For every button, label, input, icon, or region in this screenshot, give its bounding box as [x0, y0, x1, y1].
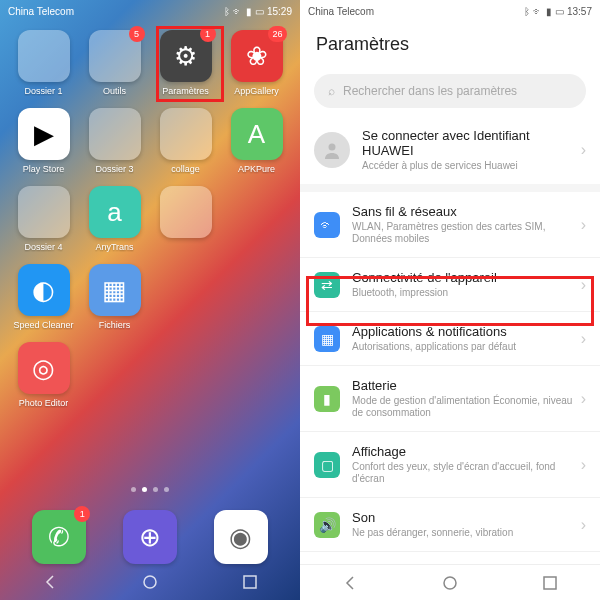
signal-icon: ▮ — [246, 6, 252, 17]
camera-icon: ◉ — [214, 510, 268, 564]
back-button[interactable] — [39, 571, 61, 593]
battery-icon: ▭ — [255, 6, 264, 17]
app-label: Dossier 4 — [24, 242, 62, 252]
setting-batterie[interactable]: ▮BatterieMode de gestion d'alimentation … — [300, 366, 600, 432]
dock-browser[interactable]: ⊕ — [123, 510, 177, 564]
setting-affichage[interactable]: ▢AffichageConfort des yeux, style d'écra… — [300, 432, 600, 498]
app-fichiers[interactable]: ▦Fichiers — [83, 264, 146, 330]
bluetooth-icon: ᛒ — [224, 6, 230, 17]
app-label: Paramètres — [162, 86, 209, 96]
dock-camera[interactable]: ◉ — [214, 510, 268, 564]
app-dossier-3[interactable]: Dossier 3 — [83, 108, 146, 174]
signal-icon: ▮ — [546, 6, 552, 17]
setting-title: Batterie — [352, 378, 581, 393]
browser-icon: ⊕ — [123, 510, 177, 564]
setting-icon: ▦ — [314, 326, 340, 352]
home-button[interactable] — [139, 571, 161, 593]
svg-point-0 — [144, 576, 156, 588]
folder-icon — [160, 108, 212, 160]
app-anytrans[interactable]: aAnyTrans — [83, 186, 146, 252]
huawei-title: Se connecter avec Identifiant HUAWEI — [362, 128, 581, 158]
chevron-right-icon: › — [581, 456, 586, 474]
back-button[interactable] — [339, 572, 361, 594]
chevron-right-icon: › — [581, 390, 586, 408]
setting-connectivit-de-l-appareil[interactable]: ⇄Connectivité de l'appareilBluetooth, im… — [300, 258, 600, 312]
settings-list[interactable]: Se connecter avec Identifiant HUAWEI Acc… — [300, 116, 600, 572]
app-icon: ▦ — [89, 264, 141, 316]
app-speed-cleaner[interactable]: ◐Speed Cleaner — [12, 264, 75, 330]
setting-icon: ᯤ — [314, 212, 340, 238]
dock-phone[interactable]: ✆1 — [32, 510, 86, 564]
page-indicator — [0, 487, 300, 492]
setting-sub: Autorisations, applications par défaut — [352, 341, 581, 353]
home-screen: China Telecom ᛒ ᯤ ▮ ▭ 15:29 Dossier 15Ou… — [0, 0, 300, 600]
app-label: AppGallery — [234, 86, 279, 96]
svg-rect-4 — [544, 577, 556, 589]
app-label: Speed Cleaner — [14, 320, 74, 330]
search-placeholder: Rechercher dans les paramètres — [343, 84, 517, 98]
app-icon: ❀26 — [231, 30, 283, 82]
app-label: APKPure — [238, 164, 275, 174]
wifi-icon: ᯤ — [533, 6, 543, 17]
app-collage[interactable]: collage — [154, 108, 217, 174]
setting-sub: WLAN, Paramètres gestion des cartes SIM,… — [352, 221, 581, 245]
app-label: Outils — [103, 86, 126, 96]
app-paramètres[interactable]: ⚙1Paramètres — [154, 30, 217, 96]
carrier-label: China Telecom — [308, 6, 374, 17]
app-photo-editor[interactable]: ◎Photo Editor — [12, 342, 75, 408]
badge: 5 — [129, 26, 145, 42]
recent-button[interactable] — [239, 571, 261, 593]
app-outils[interactable]: 5Outils — [83, 30, 146, 96]
app-label: Fichiers — [99, 320, 131, 330]
setting-sub: Mode de gestion d'alimentation Économie,… — [352, 395, 581, 419]
chevron-right-icon: › — [581, 141, 586, 159]
setting-icon: 🔊 — [314, 512, 340, 538]
app-dossier-4[interactable]: Dossier 4 — [12, 186, 75, 252]
dock: ✆1⊕◉ — [0, 510, 300, 564]
nav-bar — [300, 564, 600, 600]
setting-title: Sans fil & réseaux — [352, 204, 581, 219]
folder-icon — [160, 186, 212, 238]
clock: 15:29 — [267, 6, 292, 17]
home-button[interactable] — [439, 572, 461, 594]
chevron-right-icon: › — [581, 330, 586, 348]
page-title: Paramètres — [300, 22, 600, 66]
chevron-right-icon: › — [581, 216, 586, 234]
svg-point-2 — [329, 144, 336, 151]
settings-screen: China Telecom ᛒ ᯤ ▮ ▭ 13:57 Paramètres ⌕… — [300, 0, 600, 600]
avatar-icon — [314, 132, 350, 168]
recent-button[interactable] — [539, 572, 561, 594]
app-appgallery[interactable]: ❀26AppGallery — [225, 30, 288, 96]
app-dossier-1[interactable]: Dossier 1 — [12, 30, 75, 96]
setting-title: Son — [352, 510, 581, 525]
chevron-right-icon: › — [581, 276, 586, 294]
folder-icon — [18, 30, 70, 82]
badge: 1 — [74, 506, 90, 522]
setting-title: Applications & notifications — [352, 324, 581, 339]
app-label: Photo Editor — [19, 398, 69, 408]
app-apkpure[interactable]: AAPKPure — [225, 108, 288, 174]
bluetooth-icon: ᛒ — [524, 6, 530, 17]
setting-icon: ▮ — [314, 386, 340, 412]
setting-title: Connectivité de l'appareil — [352, 270, 581, 285]
search-icon: ⌕ — [328, 84, 335, 98]
app-label: Play Store — [23, 164, 65, 174]
huawei-id-row[interactable]: Se connecter avec Identifiant HUAWEI Acc… — [300, 116, 600, 192]
app-icon: ⚙1 — [160, 30, 212, 82]
setting-applications-notifications[interactable]: ▦Applications & notificationsAutorisatio… — [300, 312, 600, 366]
carrier-label: China Telecom — [8, 6, 74, 17]
app-icon: ◎ — [18, 342, 70, 394]
status-bar: China Telecom ᛒ ᯤ ▮ ▭ 15:29 — [0, 0, 300, 22]
app-icon: A — [231, 108, 283, 160]
badge: 26 — [268, 26, 286, 42]
battery-icon: ▭ — [555, 6, 564, 17]
svg-rect-1 — [244, 576, 256, 588]
setting-son[interactable]: 🔊SonNe pas déranger, sonnerie, vibration… — [300, 498, 600, 552]
folder-icon — [18, 186, 70, 238]
folder-icon — [89, 108, 141, 160]
search-input[interactable]: ⌕ Rechercher dans les paramètres — [314, 74, 586, 108]
setting-icon: ▢ — [314, 452, 340, 478]
app-play-store[interactable]: ▶Play Store — [12, 108, 75, 174]
app-label: collage — [171, 164, 200, 174]
setting-sans-fil-r-seaux[interactable]: ᯤSans fil & réseauxWLAN, Paramètres gest… — [300, 192, 600, 258]
